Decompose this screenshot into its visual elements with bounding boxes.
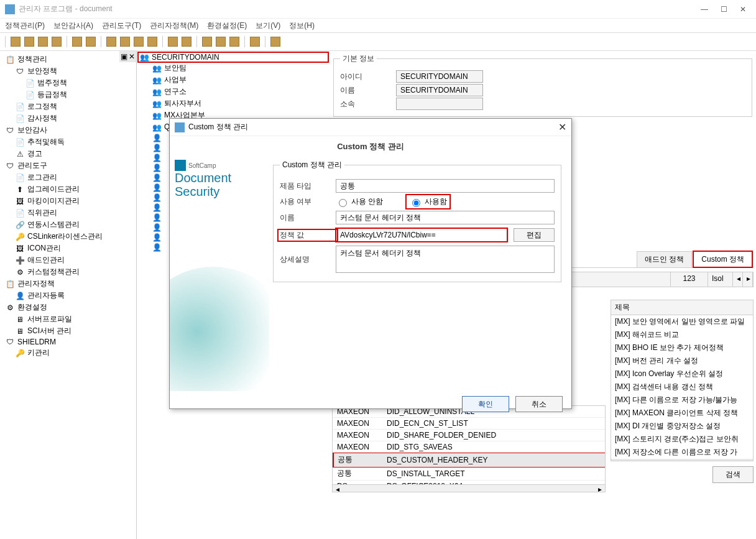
nav-item[interactable]: 🛡보안정책 (2, 65, 134, 77)
nav-item[interactable]: 🛡보안감사 (2, 124, 134, 136)
nav-item[interactable]: 📄등급정책 (2, 89, 134, 101)
grid-scroll-right[interactable]: ▸ (743, 272, 753, 287)
org-root[interactable]: 👥 SECURITYDOMAIN (138, 52, 328, 62)
toolbar-button[interactable] (86, 37, 96, 47)
table-row[interactable]: MAXEONDID_SHARE_FOLDER_DENIED (333, 430, 605, 441)
list-item[interactable]: [MX] Icon Overlay 우선순위 설정 (611, 367, 753, 380)
toolbar-button[interactable] (106, 37, 116, 47)
pvalue-value[interactable]: AVdoskcyLVr72U7N/lCbiw== (336, 228, 507, 242)
toolbar-button[interactable] (72, 37, 82, 47)
nav-item[interactable]: 🔗연동시스템관리 (2, 219, 134, 231)
nav-item[interactable]: 🔑CSLinker라이센스관리 (2, 231, 134, 242)
table-row[interactable]: 공통DS_INSTALL_TARGET (333, 467, 605, 481)
nav-item[interactable]: 📄로그정책 (2, 101, 134, 113)
use-on-radio[interactable]: 사용함 (408, 196, 448, 207)
org-dept[interactable]: 👥퇴사자부서 (138, 98, 328, 109)
toolbar-button[interactable] (120, 37, 130, 47)
toolbar-button[interactable] (24, 37, 34, 47)
nav-item[interactable]: 🖥SCI서버 관리 (2, 325, 134, 337)
grid-scroll-left[interactable]: ◂ (733, 272, 743, 287)
list-item[interactable]: [MX] 해쉬코드 비교 (611, 328, 753, 341)
dialog-close-button[interactable]: ✕ (558, 121, 566, 133)
menu-item[interactable]: 정보(H) (289, 21, 315, 31)
org-label: 사업부 (164, 75, 187, 85)
list-item[interactable]: [MX] 검색센터 내용 갱신 정책 (611, 380, 753, 394)
toolbar-button[interactable] (168, 37, 178, 47)
maximize-button[interactable]: ☐ (721, 5, 727, 14)
toolbar-button[interactable] (216, 37, 226, 47)
menu-item[interactable]: 환경설정(E) (207, 21, 247, 31)
minimize-button[interactable]: — (701, 5, 708, 14)
nav-item[interactable]: 📄직위관리 (2, 207, 134, 219)
tab-addin[interactable]: 애드인 정책 (637, 251, 692, 267)
nav-item[interactable]: 🛡관리도구 (2, 160, 134, 172)
policy-table[interactable]: MAXEONDID_ALLOW_UNINSTALLMAXEONDID_ECN_C… (332, 405, 606, 492)
list-item[interactable]: [MX] 저장소에 다른 이름으로 저장 가 (611, 446, 753, 459)
edit-button[interactable]: 편집 (514, 228, 555, 242)
menu-item[interactable]: 보안감사(A) (53, 21, 93, 31)
menu-item[interactable]: 관리자정책(M) (150, 21, 198, 31)
nav-icon: 📄 (15, 209, 25, 218)
menu-item[interactable]: 보기(V) (256, 21, 280, 31)
nav-item[interactable]: ⚙환경설정 (2, 302, 134, 313)
nav-item[interactable]: 📋관리자정책 (2, 278, 134, 290)
ok-button[interactable]: 확인 (462, 396, 509, 412)
toolbar-button[interactable] (134, 37, 144, 47)
toolbar-button[interactable] (11, 37, 21, 47)
search-button[interactable]: 검색 (712, 466, 754, 483)
nav-item[interactable]: ⚙커스텀정책관리 (2, 266, 134, 278)
tab-custom[interactable]: Custom 정책 (693, 251, 752, 267)
org-dept[interactable]: 👥보안팀 (138, 62, 328, 74)
nav-item[interactable]: 📋정책관리 (2, 53, 134, 65)
policy-list[interactable]: 제목 [MX] 보안 영역에서 일반 영역으로 파일[MX] 해쉬코드 비교[M… (611, 300, 754, 461)
toolbar-button[interactable] (52, 37, 62, 47)
list-item[interactable]: [MX] BHO IE 보안 추가 제어정책 (611, 341, 753, 354)
toolbar-button[interactable] (202, 37, 212, 47)
list-item[interactable]: [MX] 스토리지 경로(주소)접근 보안취 (611, 433, 753, 446)
menu-item[interactable]: 정책관리(P) (5, 21, 45, 31)
nav-item[interactable]: 🖼ICON관리 (2, 242, 134, 254)
cancel-button[interactable]: 취소 (515, 396, 563, 412)
nav-label: 관리자등록 (27, 290, 65, 301)
nav-item[interactable]: 🖥서버프로파일 (2, 313, 134, 325)
nav-item[interactable]: ⬆업그레이드관리 (2, 183, 134, 195)
org-dept[interactable]: 👥연구소 (138, 86, 328, 98)
nav-item[interactable]: 🛡SHIELDRM (2, 337, 134, 347)
org-label: 연구소 (164, 86, 187, 97)
grid-col[interactable]: Isol (708, 272, 733, 287)
toolbar-button[interactable] (229, 37, 239, 47)
toolbar-button[interactable] (270, 37, 280, 47)
nav-icon: 📄 (25, 79, 35, 88)
hscroll-right[interactable]: ▸ (595, 485, 605, 492)
nav-item[interactable]: 📄범주정책 (2, 77, 134, 89)
nav-item[interactable]: ➕애드인관리 (2, 254, 134, 266)
toolbar-button[interactable] (182, 37, 191, 47)
org-dept[interactable]: 👥사업부 (138, 74, 328, 86)
nav-item[interactable]: 📄로그관리 (2, 172, 134, 183)
nav-item[interactable]: 👤관리자등록 (2, 290, 134, 302)
use-off-radio[interactable]: 사용 안함 (336, 196, 383, 207)
nav-item[interactable]: 🖼마킹이미지관리 (2, 195, 134, 207)
nav-item[interactable]: 📄추적및해독 (2, 136, 134, 148)
nav-item[interactable]: 🔑키관리 (2, 347, 134, 359)
grid-col[interactable]: 123 (671, 272, 708, 287)
list-item[interactable]: [MX] 다른 이름으로 저장 가능/불가능 (611, 394, 753, 407)
list-item[interactable]: 커스텀 문서 헤더키 정책 (611, 459, 753, 461)
list-item[interactable]: [MX] 버전 관리 개수 설정 (611, 354, 753, 367)
table-row[interactable]: MAXEONDID_ECN_CN_ST_LIST (333, 418, 605, 430)
hscroll-left[interactable]: ◂ (333, 485, 343, 492)
nav-icon: 📄 (15, 138, 25, 147)
toolbar-button[interactable] (147, 37, 157, 47)
table-row[interactable]: 공통DS_CUSTOM_HEADER_KEY (333, 453, 605, 467)
pane-handle[interactable]: ▣✕ (119, 51, 136, 62)
nav-item[interactable]: 📄감사정책 (2, 113, 134, 124)
list-item[interactable]: [MX] DI 개인별 중앙저장소 설정 (611, 420, 753, 433)
nav-item[interactable]: ⚠경고 (2, 148, 134, 160)
menu-item[interactable]: 관리도구(T) (102, 21, 141, 31)
close-button[interactable]: ✕ (740, 5, 746, 14)
list-item[interactable]: [MX] MAXEON 클라이언트 삭제 정책 (611, 407, 753, 420)
toolbar-button[interactable] (250, 37, 260, 47)
toolbar-button[interactable] (38, 37, 48, 47)
table-row[interactable]: MAXEONDID_STG_SAVEAS (333, 441, 605, 453)
list-item[interactable]: [MX] 보안 영역에서 일반 영역으로 파일 (611, 315, 753, 328)
